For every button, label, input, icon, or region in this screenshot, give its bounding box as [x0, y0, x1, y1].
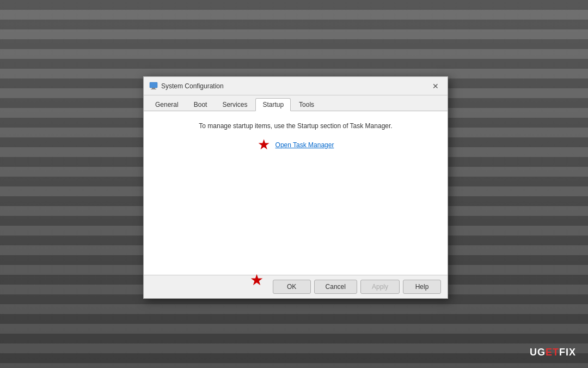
- svg-rect-0: [150, 82, 157, 88]
- tab-general[interactable]: General: [148, 98, 186, 111]
- help-button[interactable]: Help: [403, 280, 441, 294]
- ok-button[interactable]: OK: [273, 280, 311, 294]
- apply-button[interactable]: Apply: [360, 280, 400, 294]
- info-text: To manage startup items, use the Startup…: [199, 122, 392, 130]
- cancel-button[interactable]: Cancel: [314, 280, 357, 294]
- buttons-bar: ★ OK Cancel Apply Help: [144, 275, 448, 298]
- star-annotation-link: ★: [258, 136, 270, 153]
- watermark-fix: FIX: [559, 347, 576, 358]
- tab-startup[interactable]: Startup: [255, 98, 291, 111]
- svg-rect-2: [151, 89, 156, 89]
- close-button[interactable]: ✕: [429, 80, 442, 93]
- tab-boot[interactable]: Boot: [187, 98, 215, 111]
- svg-rect-1: [152, 88, 155, 89]
- link-area: ★ Open Task Manager: [258, 136, 334, 153]
- tab-tools[interactable]: Tools: [292, 98, 321, 111]
- star-annotation-ok: ★: [250, 271, 264, 289]
- dialog-title: System Configuration: [161, 82, 224, 90]
- open-task-manager-link[interactable]: Open Task Manager: [275, 141, 334, 149]
- tabs-row: General Boot Services Startup Tools: [144, 95, 448, 111]
- watermark: UGETFIX: [530, 347, 576, 358]
- system-configuration-dialog: System Configuration ✕ General Boot Serv…: [143, 76, 448, 299]
- title-bar: System Configuration ✕: [144, 77, 448, 95]
- watermark-accent: ET: [546, 347, 559, 358]
- content-area: To manage startup items, use the Startup…: [144, 111, 448, 275]
- tab-services[interactable]: Services: [215, 98, 254, 111]
- title-bar-left: System Configuration: [149, 82, 224, 91]
- watermark-text: UG: [530, 347, 546, 358]
- system-config-icon: [149, 82, 158, 91]
